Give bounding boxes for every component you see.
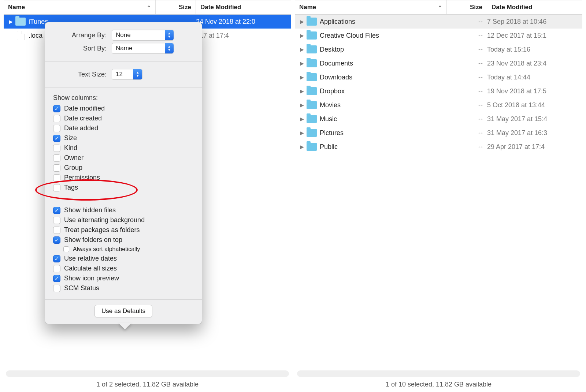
checkbox-row[interactable]: ✓Use relative dates [53, 255, 194, 262]
checkbox-row[interactable]: Date created [53, 115, 194, 122]
disclosure-triangle-icon[interactable]: ▶ [298, 60, 305, 66]
checkbox-label: SCM Status [64, 284, 99, 292]
list-item[interactable]: ▶Pictures--31 May 2017 at 16:3 [295, 126, 582, 140]
file-date: 29 Apr 2017 at 17:4 [487, 143, 582, 151]
checkbox-icon[interactable]: ✓ [53, 135, 60, 142]
right-file-list[interactable]: ▶Applications--7 Sep 2018 at 10:46▶Creat… [295, 15, 582, 368]
disclosure-triangle-icon[interactable]: ▶ [298, 116, 305, 122]
checkbox-label: Use relative dates [64, 255, 117, 262]
list-item[interactable]: ▶Public--29 Apr 2017 at 17:4 [295, 140, 582, 154]
file-date: 017 at 17:4 [196, 32, 291, 40]
file-size: -- [447, 115, 487, 123]
checkbox-row[interactable]: SCM Status [53, 284, 194, 292]
arrange-by-value: None [116, 31, 131, 39]
checkbox-row[interactable]: Always sort alphabetically [63, 246, 194, 253]
checkbox-icon[interactable] [53, 227, 60, 234]
file-date: Today at 15:16 [487, 46, 582, 53]
sort-caret-icon: ⌃ [438, 5, 442, 10]
checkbox-icon[interactable] [53, 285, 60, 292]
folder-icon [307, 31, 317, 40]
folder-icon [15, 18, 26, 26]
checkbox-icon[interactable]: ✓ [53, 275, 60, 282]
checkbox-row[interactable]: Date added [53, 124, 194, 132]
disclosure-triangle-icon[interactable]: ▶ [298, 130, 305, 136]
checkbox-row[interactable]: Group [53, 164, 194, 172]
file-size: -- [447, 87, 487, 95]
disclosure-triangle-icon[interactable]: ▶ [298, 19, 305, 25]
checkbox-icon[interactable] [53, 115, 60, 122]
checkbox-row[interactable]: Use alternating background [53, 216, 194, 224]
status-bar: 1 of 10 selected, 11.82 GB available [295, 377, 582, 388]
column-header-date[interactable]: Date Modified [196, 0, 291, 14]
list-item[interactable]: ▶Creative Cloud Files--12 Dec 2017 at 15… [295, 29, 582, 42]
checkbox-icon[interactable]: ✓ [53, 236, 60, 244]
checkbox-icon[interactable] [53, 217, 60, 224]
checkbox-row[interactable]: ✓Date modified [53, 105, 194, 112]
column-header-size[interactable]: Size [447, 0, 487, 14]
list-item[interactable]: ▶Applications--7 Sep 2018 at 10:46 [295, 15, 582, 29]
checkbox-row[interactable]: ✓Show hidden files [53, 206, 194, 214]
checkbox-label: Date added [64, 124, 98, 132]
checkbox-row[interactable]: Treat packages as folders [53, 226, 194, 234]
text-size-label: Text Size: [53, 71, 112, 78]
horizontal-scrollbar[interactable] [6, 370, 289, 377]
text-size-select[interactable]: 12 ▲▼ [112, 69, 142, 80]
checkbox-icon[interactable] [53, 154, 60, 162]
checkbox-label: Date created [64, 115, 102, 122]
checkbox-icon[interactable]: ✓ [53, 105, 60, 112]
list-item[interactable]: ▶Movies--5 Oct 2018 at 13:44 [295, 98, 582, 112]
checkbox-row[interactable]: ✓Show icon preview [53, 275, 194, 282]
folder-icon [307, 101, 317, 109]
sort-by-select[interactable]: Name ▲▼ [112, 43, 174, 54]
file-name: Downloads [320, 74, 447, 81]
checkbox-icon[interactable] [53, 145, 60, 152]
use-as-defaults-button[interactable]: Use as Defaults [94, 305, 152, 317]
checkbox-icon[interactable] [53, 125, 60, 132]
checkbox-label: Date modified [64, 105, 105, 112]
disclosure-triangle-icon[interactable]: ▶ [298, 46, 305, 52]
checkbox-icon[interactable] [53, 265, 60, 272]
checkbox-icon[interactable] [53, 164, 60, 172]
view-options-popover: Arrange By: None ▲▼ Sort By: Name ▲▼ [45, 22, 202, 324]
column-header-size[interactable]: Size [156, 0, 196, 14]
checkbox-row[interactable]: ✓Show folders on top [53, 236, 194, 244]
file-size: -- [447, 74, 487, 81]
column-header-name[interactable]: Name ⌃ [4, 0, 156, 14]
column-header-date[interactable]: Date Modified [487, 0, 582, 14]
disclosure-triangle-icon[interactable]: ▶ [298, 102, 305, 108]
checkbox-row[interactable]: ✓Size [53, 134, 194, 142]
file-icon [17, 31, 25, 40]
checkbox-row[interactable]: Owner [53, 154, 194, 162]
checkbox-row[interactable]: Calculate all sizes [53, 265, 194, 272]
checkbox-label: Show hidden files [64, 206, 116, 214]
file-name: Creative Cloud Files [320, 32, 447, 40]
checkbox-icon[interactable] [53, 184, 60, 191]
sort-caret-icon: ⌃ [147, 5, 151, 10]
disclosure-triangle-icon[interactable]: ▶ [298, 33, 305, 38]
list-item[interactable]: ▶Downloads--Today at 14:44 [295, 70, 582, 84]
checkbox-icon[interactable] [53, 174, 60, 182]
checkbox-icon[interactable]: ✓ [53, 255, 60, 262]
file-name: Movies [320, 101, 447, 109]
horizontal-scrollbar[interactable] [297, 370, 580, 377]
arrange-by-select[interactable]: None ▲▼ [112, 30, 174, 41]
checkbox-row[interactable]: Tags [53, 184, 194, 191]
checkbox-row[interactable]: Permissions [53, 174, 194, 182]
list-item[interactable]: ▶Dropbox--19 Nov 2018 at 17:5 [295, 84, 582, 98]
list-item[interactable]: ▶Music--31 May 2017 at 15:4 [295, 112, 582, 126]
sort-by-label: Sort By: [53, 45, 112, 52]
list-item[interactable]: ▶Documents--23 Nov 2018 at 23:4 [295, 56, 582, 70]
folder-icon [307, 129, 317, 137]
column-header-name[interactable]: Name ⌃ [295, 0, 447, 14]
disclosure-triangle-icon[interactable]: ▶ [298, 74, 305, 80]
file-size: -- [447, 46, 487, 53]
checkbox-icon[interactable]: ✓ [53, 207, 60, 214]
disclosure-triangle-icon[interactable]: ▶ [7, 19, 14, 25]
disclosure-triangle-icon[interactable]: ▶ [298, 144, 305, 150]
list-item[interactable]: ▶Desktop--Today at 15:16 [295, 42, 582, 56]
column-header-size-label: Size [470, 4, 482, 11]
file-name: Pictures [320, 129, 447, 137]
disclosure-triangle-icon[interactable]: ▶ [298, 88, 305, 94]
checkbox-icon[interactable] [63, 246, 69, 252]
checkbox-row[interactable]: Kind [53, 144, 194, 152]
